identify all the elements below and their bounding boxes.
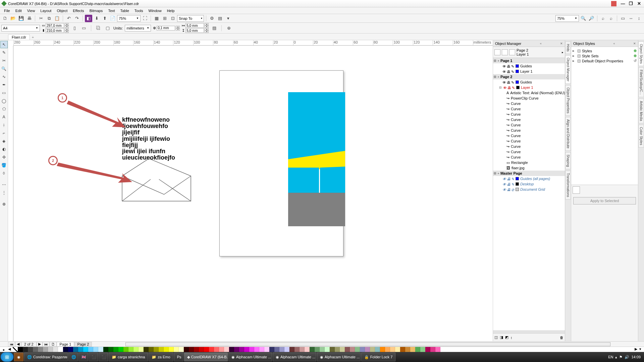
color-swatch[interactable] <box>18 347 23 352</box>
color-swatch[interactable] <box>184 347 189 352</box>
delete-layer-icon[interactable]: 🗑 <box>560 336 564 340</box>
no-color-swatch[interactable] <box>13 347 18 352</box>
color-swatch[interactable] <box>345 347 350 352</box>
task-folderlock[interactable]: 🔒Folder Lock 7 <box>361 353 396 361</box>
object-styles-title[interactable]: Object Styles«✕ <box>571 40 638 47</box>
color-swatch[interactable] <box>289 347 294 352</box>
color-swatch[interactable] <box>264 347 269 352</box>
color-swatch[interactable] <box>254 347 259 352</box>
docktab-align[interactable]: Align and Distribute <box>565 117 571 151</box>
minimize-button[interactable]: — <box>619 1 627 6</box>
style-sets-row[interactable]: Style Sets <box>582 54 599 58</box>
quick-customize2-icon[interactable]: ⋮ <box>0 189 8 196</box>
om-flyout-icon[interactable]: ▸ <box>562 51 564 54</box>
prev-page-button[interactable]: ◀ <box>15 342 21 347</box>
color-swatch[interactable] <box>274 347 279 352</box>
close-button[interactable]: ✕ <box>635 1 643 6</box>
paper-size-combo[interactable]: A4▼ <box>1 25 40 32</box>
color-swatch[interactable] <box>164 347 169 352</box>
options-icon[interactable]: ⚙ <box>208 15 216 22</box>
menu-view[interactable]: View <box>24 8 38 13</box>
start-button[interactable]: ⊞ <box>1 352 13 362</box>
color-swatch[interactable] <box>48 347 53 352</box>
docktab-om[interactable]: Object Manager <box>565 55 571 84</box>
app-launcher-icon[interactable]: ▾ <box>224 15 232 22</box>
ellipse-tool-icon[interactable]: ◯ <box>0 97 8 105</box>
zoom-all-icon[interactable]: ⌕ <box>607 15 615 22</box>
default-props-row[interactable]: Default Object Properties <box>582 59 623 63</box>
docktab-hints[interactable]: Hints <box>565 42 571 54</box>
color-swatch[interactable] <box>199 347 204 352</box>
color-swatch[interactable] <box>33 347 38 352</box>
color-swatch[interactable] <box>405 347 410 352</box>
task-ie[interactable]: 🌐 <box>68 353 78 361</box>
new-tab-button[interactable]: + <box>30 35 36 40</box>
task-lang-flag[interactable]: 🇬🇧 <box>78 353 88 361</box>
rulers-icon[interactable]: ▦ <box>153 15 160 22</box>
color-swatch[interactable] <box>410 347 415 352</box>
color-swatch[interactable] <box>244 347 249 352</box>
menu-text[interactable]: Text <box>105 8 117 13</box>
open-icon[interactable]: 📂 <box>9 15 17 22</box>
color-swatch[interactable] <box>325 347 330 352</box>
paste-icon[interactable]: 📋 <box>53 15 61 22</box>
page-tab-2[interactable]: Page 2 <box>74 342 92 347</box>
color-swatch[interactable] <box>259 347 264 352</box>
reset-props-icon[interactable]: ↺ <box>634 59 637 63</box>
rectangle-tool-icon[interactable]: ▭ <box>0 89 8 97</box>
new-master-layer-icon[interactable]: ◨ <box>500 335 503 340</box>
styles-row[interactable]: Styles <box>582 49 592 53</box>
color-swatch[interactable] <box>305 347 310 352</box>
color-swatch[interactable] <box>78 347 83 352</box>
color-swatch[interactable] <box>390 347 395 352</box>
color-swatch[interactable] <box>395 347 400 352</box>
warning-icon[interactable] <box>611 1 616 6</box>
color-swatch[interactable] <box>73 347 78 352</box>
color-swatch[interactable] <box>83 347 88 352</box>
color-swatch[interactable] <box>415 347 420 352</box>
menu-help[interactable]: Help <box>164 8 177 13</box>
menu-effects[interactable]: Effects <box>70 8 87 13</box>
color-swatch[interactable] <box>108 347 113 352</box>
color-swatch[interactable] <box>154 347 159 352</box>
docktab-objstyles[interactable]: Object Styles <box>638 42 644 66</box>
close-docker-icon[interactable]: ✕ <box>633 42 636 45</box>
docktab-artmedia[interactable]: Artistic Media <box>638 99 644 123</box>
task-app2[interactable]: ⬛ <box>99 353 108 361</box>
color-swatch[interactable] <box>63 347 68 352</box>
transparency-tool-icon[interactable]: ◐ <box>0 145 8 153</box>
landscape-icon[interactable]: ▭ <box>80 24 88 32</box>
object-tree[interactable]: ⊟▫Page 1 👁🖶✎Guides 👁🖶✎Layer 1 ⊟▫Page 2 👁… <box>493 58 565 330</box>
chevron-icon[interactable]: « <box>540 42 542 45</box>
page-width-input[interactable] <box>46 23 64 28</box>
color-swatch[interactable] <box>179 347 184 352</box>
color-swatch[interactable] <box>93 347 98 352</box>
snap-combo[interactable]: Snap To▾ <box>177 15 204 22</box>
color-swatch[interactable] <box>174 347 179 352</box>
last-page-button[interactable]: ⏭ <box>43 342 50 347</box>
color-swatch[interactable] <box>330 347 335 352</box>
export-icon[interactable]: ⬆ <box>101 15 108 22</box>
color-swatch[interactable] <box>214 347 219 352</box>
color-swatch[interactable] <box>294 347 300 352</box>
style-preview-icon[interactable] <box>573 186 580 194</box>
task-pinned-1[interactable]: ◉ <box>14 353 23 361</box>
publish-pdf-icon[interactable]: 📄 <box>109 15 116 22</box>
color-swatch[interactable] <box>234 347 239 352</box>
import-icon[interactable]: ⬇ <box>93 15 100 22</box>
zoom-selection-icon[interactable]: ⌕ <box>599 15 607 22</box>
color-swatch[interactable] <box>425 347 430 352</box>
file-tab[interactable]: Flaer.cdr <box>8 34 30 40</box>
shape-tool-icon[interactable]: ✎ <box>0 49 8 56</box>
docktab-colorstyles[interactable]: Color Styles <box>638 125 644 147</box>
add-page-button[interactable]: 🗋 <box>50 342 57 347</box>
new-layer-icon[interactable]: ◫ <box>494 335 498 340</box>
color-swatch[interactable] <box>68 347 73 352</box>
color-swatch[interactable] <box>209 347 214 352</box>
tray-up-icon[interactable]: ▴ <box>615 355 617 359</box>
color-swatch[interactable] <box>380 347 385 352</box>
cut-icon[interactable]: ✂ <box>37 15 45 22</box>
zoom-out-icon[interactable]: 🔎 <box>588 15 595 22</box>
polygon-tool-icon[interactable]: ⬠ <box>0 105 8 113</box>
color-swatch[interactable] <box>149 347 154 352</box>
